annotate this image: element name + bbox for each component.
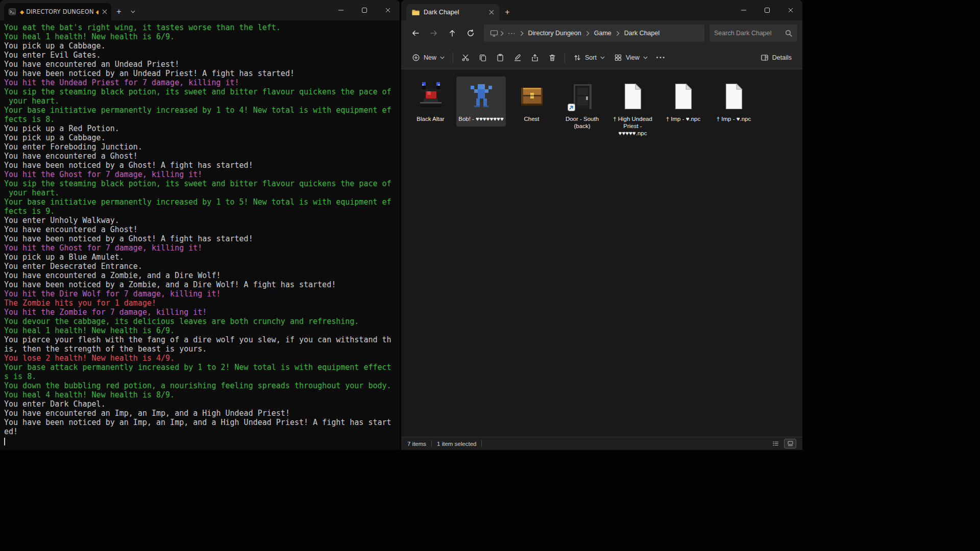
terminal-line: You hit the Dire Wolf for 7 damage, kill…: [4, 289, 400, 298]
terminal-line: You enter Evil Gates.: [4, 51, 400, 60]
back-button[interactable]: [406, 24, 425, 42]
terminal-line: your heart.: [4, 188, 400, 197]
status-bar: 7 items 1 item selected: [401, 437, 802, 450]
details-view-button[interactable]: [769, 439, 781, 448]
cut-button[interactable]: [457, 49, 474, 66]
close-button[interactable]: [376, 0, 400, 20]
terminal-line: You have been noticed by a Ghost! A figh…: [4, 234, 400, 243]
terminal-window-controls: [329, 0, 400, 20]
tab-close-icon[interactable]: [102, 9, 107, 14]
search-input[interactable]: [714, 30, 785, 37]
minimize-button[interactable]: [329, 0, 353, 20]
terminal-line: You hit the Ghost for 7 damage, killing …: [4, 170, 400, 179]
file-tile[interactable]: † High Undead Priest - ♥♥♥♥♥.npc: [608, 77, 657, 141]
more-button[interactable]: ···: [652, 49, 670, 66]
terminal-line: You enter Desecrated Entrance.: [4, 262, 400, 271]
terminal-content[interactable]: You eat the bat's right wing, it tastes …: [0, 20, 400, 450]
terminal-line: You have encountered an Imp, an Imp, and…: [4, 409, 400, 418]
terminal-line: your heart.: [4, 96, 400, 106]
terminal-line: You sip the steaming black potion, its s…: [4, 179, 400, 188]
refresh-button[interactable]: [461, 24, 480, 42]
breadcrumb-item[interactable]: Game: [591, 28, 615, 38]
breadcrumb-overflow[interactable]: ···: [505, 29, 519, 38]
terminal-line: You pick up a Cabbage.: [4, 133, 400, 142]
file-label: † Imp - ♥.npc: [666, 115, 701, 122]
folder-content[interactable]: Black AltarBob! - ♥♥♥♥♥♥♥♥ChestDoor - So…: [401, 69, 802, 437]
maximize-button[interactable]: [353, 0, 376, 20]
terminal-line: You eat the bat's right wing, it tastes …: [4, 23, 400, 32]
file-tile[interactable]: Door - South (back): [557, 77, 607, 134]
terminal-line: You have encountered a Ghost!: [4, 152, 400, 161]
terminal-line: You have been noticed by a Zombie, and a…: [4, 280, 400, 289]
details-button[interactable]: Details: [756, 49, 796, 66]
terminal-line: You enter Dark Chapel.: [4, 399, 400, 409]
terminal-line: You enter Unholy Walkway.: [4, 216, 400, 225]
new-tab-button[interactable]: +: [499, 4, 516, 20]
terminal-titlebar: ◆ DIRECTORY DUNGEON ◆ +: [0, 0, 400, 20]
item-count: 7 items: [407, 441, 426, 447]
up-button[interactable]: [443, 24, 461, 42]
divider: [565, 53, 565, 63]
terminal-line: You devour the cabbage, its delicious le…: [4, 317, 400, 326]
file-tile[interactable]: Chest: [507, 77, 556, 127]
selection-count: 1 item selected: [437, 441, 476, 447]
explorer-tab[interactable]: Dark Chapel: [406, 4, 499, 20]
breadcrumb-item[interactable]: Dark Chapel: [621, 28, 663, 38]
door-icon: [566, 80, 599, 113]
chevron-right-icon: [519, 31, 525, 36]
breadcrumb-items: Directory DungeonGameDark Chapel: [525, 28, 664, 38]
file-icon: [718, 80, 750, 113]
terminal-line: You enter Foreboding Junction.: [4, 142, 400, 152]
terminal-line: Your base initiative permanently increas…: [4, 106, 400, 115]
terminal-prompt-line: [4, 436, 400, 445]
terminal-line: You pick up a Red Potion.: [4, 124, 400, 133]
copy-button[interactable]: [474, 49, 492, 66]
file-label: Door - South (back): [558, 115, 606, 130]
minimize-button[interactable]: [732, 0, 755, 20]
new-button[interactable]: New: [407, 49, 449, 66]
terminal-line: You have encountered a Ghost!: [4, 225, 400, 234]
terminal-cursor: [4, 438, 5, 445]
file-tile[interactable]: Black Altar: [406, 77, 455, 127]
navigation-bar: ··· Directory DungeonGameDark Chapel: [401, 20, 802, 46]
breadcrumb-item[interactable]: Directory Dungeon: [525, 28, 585, 38]
tab-dropdown-button[interactable]: [127, 3, 139, 20]
divider: [453, 53, 453, 63]
close-button[interactable]: [779, 0, 802, 20]
file-label: Chest: [524, 115, 539, 122]
terminal-line: fects is 8.: [4, 115, 400, 124]
explorer-tab-title: Dark Chapel: [424, 9, 459, 16]
icons-view-button[interactable]: [784, 439, 796, 448]
terminal-line: Your base attack permanently increased b…: [4, 363, 400, 372]
address-bar[interactable]: ··· Directory DungeonGameDark Chapel: [484, 24, 704, 42]
this-pc-icon: [489, 29, 499, 37]
paste-button[interactable]: [492, 49, 509, 66]
view-switcher: [769, 439, 796, 448]
terminal-tab[interactable]: ◆ DIRECTORY DUNGEON ◆: [4, 3, 111, 20]
view-button[interactable]: View: [609, 49, 652, 66]
rename-button[interactable]: [509, 49, 526, 66]
share-button[interactable]: [526, 49, 544, 66]
delete-button[interactable]: [544, 49, 561, 66]
maximize-button[interactable]: [755, 0, 779, 20]
file-label: Bob! - ♥♥♥♥♥♥♥♥: [458, 115, 504, 122]
terminal-line: You heal 4 health! New health is 8/9.: [4, 390, 400, 399]
terminal-line: The Zombie hits you for 1 damage!: [4, 298, 400, 308]
chest-icon: [516, 80, 548, 113]
diamond-icon: ◆: [96, 9, 99, 15]
new-tab-button[interactable]: +: [111, 3, 127, 20]
terminal-line: You pick up a Blue Amulet.: [4, 253, 400, 262]
forward-button[interactable]: [425, 24, 443, 42]
file-label: † High Undead Priest - ♥♥♥♥♥.npc: [609, 115, 656, 137]
file-tile[interactable]: † Imp - ♥.npc: [658, 77, 708, 127]
terminal-line: You hit the Ghost for 7 damage, killing …: [4, 243, 400, 253]
sort-button[interactable]: Sort: [569, 49, 609, 66]
tab-close-icon[interactable]: [489, 10, 494, 15]
file-tile[interactable]: Bob! - ♥♥♥♥♥♥♥♥: [456, 77, 506, 127]
terminal-line: You lose 2 health! New health is 4/9.: [4, 354, 400, 363]
file-tile[interactable]: † Imp - ♥.npc: [709, 77, 758, 127]
divider: [481, 440, 482, 447]
search-box[interactable]: [709, 24, 797, 42]
explorer-window: Dark Chapel + ··· Directory: [401, 0, 802, 450]
terminal-line: You down the bubbling red potion, a nour…: [4, 381, 400, 390]
